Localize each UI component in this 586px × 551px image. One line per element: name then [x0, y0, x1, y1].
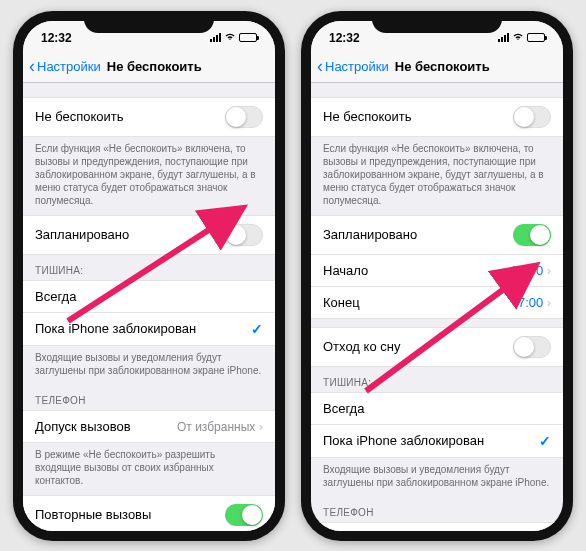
- notch: [84, 11, 214, 33]
- cell-bedtime[interactable]: Отход ко сну: [311, 327, 563, 367]
- screen: 12:32 ‹ Настройки Не беспокоить Не беспо…: [23, 21, 275, 531]
- locked-label: Пока iPhone заблокирован: [323, 433, 484, 448]
- back-button[interactable]: Настройки: [325, 59, 389, 74]
- dnd-toggle[interactable]: [225, 106, 263, 128]
- cell-always[interactable]: Всегда: [311, 392, 563, 425]
- status-time: 12:32: [41, 31, 91, 45]
- nav-bar: ‹ Настройки Не беспокоить: [311, 51, 563, 83]
- cell-scheduled[interactable]: Запланировано: [23, 215, 275, 255]
- repeated-toggle[interactable]: [225, 504, 263, 526]
- back-icon[interactable]: ‹: [317, 56, 323, 77]
- cell-dnd[interactable]: Не беспокоить: [311, 97, 563, 137]
- checkmark-icon: ✓: [539, 433, 551, 449]
- notch: [372, 11, 502, 33]
- screen: 12:32 ‹ Настройки Не беспокоить Не беспо…: [311, 21, 563, 531]
- allow-label: Допуск вызовов: [35, 419, 131, 434]
- back-button[interactable]: Настройки: [37, 59, 101, 74]
- cell-dnd[interactable]: Не беспокоить: [23, 97, 275, 137]
- cell-start[interactable]: Начало 17:00 ›: [311, 255, 563, 287]
- start-value: 17:00: [511, 263, 544, 278]
- always-label: Всегда: [35, 289, 76, 304]
- start-label: Начало: [323, 263, 368, 278]
- signal-icon: [498, 33, 509, 42]
- allow-value: От избранных: [177, 420, 255, 434]
- cell-always[interactable]: Всегда: [23, 280, 275, 313]
- nav-title: Не беспокоить: [395, 59, 490, 74]
- settings-list[interactable]: Не беспокоить Если функция «Не беспокоит…: [23, 83, 275, 531]
- scheduled-toggle[interactable]: [513, 224, 551, 246]
- status-indicators: [197, 32, 257, 43]
- phone-header: ТЕЛЕФОН: [311, 497, 563, 522]
- dnd-label: Не беспокоить: [35, 109, 124, 124]
- scheduled-toggle[interactable]: [225, 224, 263, 246]
- always-label: Всегда: [323, 401, 364, 416]
- status-indicators: [485, 32, 545, 43]
- phone-right: 12:32 ‹ Настройки Не беспокоить Не беспо…: [301, 11, 573, 541]
- cell-scheduled[interactable]: Запланировано: [311, 215, 563, 255]
- scheduled-label: Запланировано: [323, 227, 417, 242]
- back-icon[interactable]: ‹: [29, 56, 35, 77]
- dnd-toggle[interactable]: [513, 106, 551, 128]
- end-value: 7:00: [518, 295, 543, 310]
- locked-label: Пока iPhone заблокирован: [35, 321, 196, 336]
- battery-icon: [527, 33, 545, 42]
- dnd-footer: Если функция «Не беспокоить» включена, т…: [311, 137, 563, 215]
- chevron-right-icon: ›: [259, 419, 263, 434]
- silence-header: ТИШИНА:: [311, 367, 563, 392]
- phone-left: 12:32 ‹ Настройки Не беспокоить Не беспо…: [13, 11, 285, 541]
- settings-list[interactable]: Не беспокоить Если функция «Не беспокоит…: [311, 83, 563, 531]
- checkmark-icon: ✓: [251, 321, 263, 337]
- bedtime-label: Отход ко сну: [323, 339, 400, 354]
- cell-repeated[interactable]: Повторные вызовы: [23, 495, 275, 531]
- cell-end[interactable]: Конец 7:00 ›: [311, 287, 563, 319]
- repeated-label: Повторные вызовы: [35, 507, 151, 522]
- silence-footer: Входящие вызовы и уведомления будут загл…: [311, 458, 563, 497]
- scheduled-label: Запланировано: [35, 227, 129, 242]
- cell-allow[interactable]: Допуск вызовов От избранных ›: [311, 522, 563, 531]
- battery-icon: [239, 33, 257, 42]
- cell-locked[interactable]: Пока iPhone заблокирован ✓: [311, 425, 563, 458]
- phone-header: ТЕЛЕФОН: [23, 385, 275, 410]
- dnd-footer: Если функция «Не беспокоить» включена, т…: [23, 137, 275, 215]
- end-label: Конец: [323, 295, 360, 310]
- allow-footer: В режиме «Не беспокоить» разрешить входя…: [23, 443, 275, 495]
- signal-icon: [210, 33, 221, 42]
- chevron-right-icon: ›: [547, 295, 551, 310]
- chevron-right-icon: ›: [547, 263, 551, 278]
- wifi-icon: [224, 32, 236, 43]
- cell-locked[interactable]: Пока iPhone заблокирован ✓: [23, 313, 275, 346]
- wifi-icon: [512, 32, 524, 43]
- silence-header: ТИШИНА:: [23, 255, 275, 280]
- status-time: 12:32: [329, 31, 379, 45]
- nav-title: Не беспокоить: [107, 59, 202, 74]
- silence-footer: Входящие вызовы и уведомления будут загл…: [23, 346, 275, 385]
- bedtime-toggle[interactable]: [513, 336, 551, 358]
- cell-allow[interactable]: Допуск вызовов От избранных ›: [23, 410, 275, 443]
- nav-bar: ‹ Настройки Не беспокоить: [23, 51, 275, 83]
- dnd-label: Не беспокоить: [323, 109, 412, 124]
